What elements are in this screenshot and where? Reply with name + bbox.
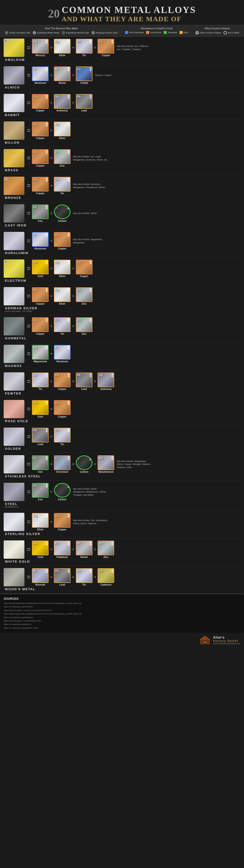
element-image-copper: Cu [32, 149, 48, 164]
origin-indicator [46, 42, 47, 43]
element-name-label: Copper [36, 109, 45, 112]
origin-indicator [90, 374, 92, 375]
element-image-aluminum: Al [54, 345, 71, 360]
element-block-zinc: ZnZinc [76, 317, 93, 335]
origin-indicator [46, 346, 47, 348]
element-indicators [46, 178, 47, 182]
legend-not-metal: Not a Metal [223, 31, 239, 34]
element-symbol: Mo [99, 456, 103, 460]
element-indicators [111, 40, 113, 43]
element-name-label: Bismuth [35, 583, 45, 586]
alloy-row-wrapper: =CuCopper+SnTin+ZnZincGUNMETAL [2, 315, 242, 343]
element-indicators [90, 318, 92, 322]
equals-sign: = [27, 44, 31, 52]
element-symbol: Zn [55, 150, 59, 154]
alloy-note: May also include: Zinc, Germanium, Silic… [73, 519, 108, 525]
alloy-main-image [4, 455, 24, 473]
alloy-row-wrapper: =AuGold+AgSilver+CuCopperELECTRUM [2, 257, 242, 285]
element-block-lead: PbLead [32, 428, 48, 445]
origin-indicator [90, 571, 92, 573]
element-name-label: Silver [37, 528, 44, 531]
element-symbol: Pb [77, 95, 81, 98]
element-name-label: Silver [59, 303, 65, 305]
found-nature-label: Alloy Found in Nature [200, 32, 221, 34]
element-image-palladium: Pd [54, 540, 71, 555]
svg-rect-3 [204, 642, 205, 643]
element-symbol: Ag [55, 123, 59, 126]
plus-sign: + [50, 489, 53, 495]
origin-indicator [46, 403, 47, 405]
legend-how-items: Dying Low-Mass Star Exploding White Dwar… [5, 31, 118, 34]
element-indicators [46, 288, 47, 292]
element-block-zinc: ZnZinc [76, 287, 93, 305]
element-block-cobalt: CoCobalt [76, 66, 93, 84]
element-name-label: Zinc [103, 556, 109, 558]
alloy-row-pewter: =SnTin+CuCopper+PbLead+SbAntimony [2, 370, 242, 391]
origin-indicator [90, 67, 92, 69]
origin-indicator [68, 67, 70, 69]
origin-indicator [90, 375, 92, 377]
element-indicators [46, 206, 47, 209]
element-symbol: Cu [33, 123, 37, 126]
element-indicators [90, 95, 92, 99]
element-block-copper: CuCopper [32, 287, 48, 305]
most-abundant-label: Most Abundant [129, 31, 144, 34]
element-image-iron: Fe [32, 455, 48, 470]
alloy-name-label: WHITE GOLD [2, 559, 242, 565]
plus-sign: + [72, 72, 75, 78]
element-symbol: Cu [33, 318, 37, 322]
origin-indicator [46, 320, 47, 322]
element-name-label: Nickel [80, 556, 88, 558]
element-symbol: Cu [33, 288, 37, 292]
origin-indicator [111, 40, 113, 41]
alloy-main-image [4, 400, 24, 418]
element-block-lead: PbLead [54, 568, 71, 586]
not-metal-label: Not a Metal [228, 32, 239, 34]
element-image-nickel: Ni [54, 66, 71, 81]
element-symbol: Fe [33, 206, 37, 209]
origin-indicator [68, 486, 69, 488]
equals-sign: = [27, 488, 31, 496]
plus-sign: + [50, 323, 53, 329]
element-image-tin: Sn [54, 177, 71, 191]
element-indicators [90, 288, 92, 292]
element-image-lead: Pb [54, 568, 71, 583]
alloy-name-label: AMALGAM [2, 57, 242, 63]
equals-sign: = [27, 461, 31, 468]
element-name-label: Tin [60, 443, 64, 445]
element-symbol: Ag [55, 261, 59, 264]
element-indicators [68, 318, 70, 322]
element-block-tin: SnTin [54, 177, 71, 195]
element-image-copper: Cu [54, 400, 71, 415]
element-name-label: Copper [80, 275, 88, 278]
element-block-aluminum: AlAluminum [32, 66, 48, 84]
element-image-copper: Cu [32, 94, 48, 109]
alloy-row-stainless: =FeIron+CrChromium+CCarbon+MoMolybdenumM… [2, 453, 242, 474]
element-block-silver: AgSilver [32, 513, 48, 531]
origin-indicator [46, 544, 47, 545]
element-image-mercury: Hg [32, 39, 48, 54]
element-block-gold: AuGold [32, 540, 48, 558]
alloy-name-label: ROSE GOLD [2, 419, 242, 424]
origin-indicator [68, 318, 70, 320]
rare-icon [180, 31, 182, 34]
element-indicators [68, 206, 69, 209]
element-image-molybdenum: Mo [98, 455, 114, 470]
element-block-copper: CuCopper [32, 177, 48, 195]
element-indicators [46, 401, 47, 405]
origin-indicator [68, 95, 70, 97]
element-image-zinc: Zn [98, 540, 114, 555]
element-block-cadmium: CdCadmium [98, 568, 114, 586]
legend-alloy: Alloy Found in Nature Alloy Found in Nat… [196, 27, 239, 34]
element-name-label: Magnesium [34, 360, 47, 363]
element-name-label: Silver [59, 275, 65, 278]
alloy-main-image [4, 345, 24, 363]
element-block-zinc: ZnZinc [98, 540, 114, 558]
plus-sign: + [72, 547, 75, 552]
element-block-copper: CuCopper [98, 39, 114, 57]
origin-indicator [46, 290, 47, 292]
origin-indicator [68, 403, 70, 405]
element-symbol: Cr [55, 456, 58, 460]
legend-exploding-massive: Exploding Massive Star [62, 31, 89, 34]
element-name-label: Zinc [81, 303, 86, 305]
